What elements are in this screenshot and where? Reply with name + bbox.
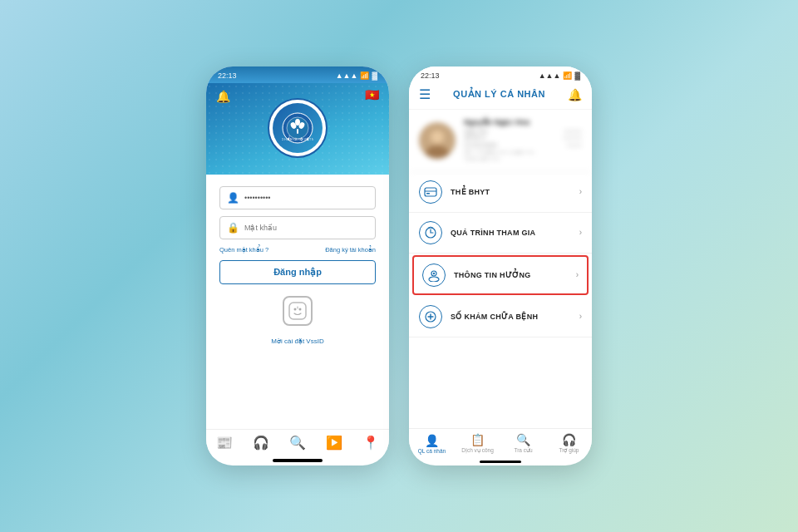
profile-detail-row-1: Ngày sinh ••/••/•••• xyxy=(464,128,582,134)
form-area: 👤 🔒 Quên mật khẩu ? Đăng ký tài khoản Đă… xyxy=(206,175,389,429)
right-battery-icon: ▓ xyxy=(574,71,580,80)
forgot-password-link[interactable]: Quên mật khẩu ? xyxy=(219,246,268,254)
signal-icon: ▲▲▲ xyxy=(336,71,358,80)
username-input-row[interactable]: 👤 xyxy=(219,186,376,209)
lock-icon: 🔒 xyxy=(227,222,239,234)
install-link[interactable]: Mời cài đặt VssID xyxy=(219,334,376,350)
right-home-indicator xyxy=(480,461,521,463)
profile-detail-row-2: Số BHYT •••••••••• xyxy=(464,135,582,141)
left-status-icons: ▲▲▲ 📶 ▓ xyxy=(336,71,377,80)
the-bhyt-arrow: › xyxy=(579,187,582,196)
flag-icon: 🇻🇳 xyxy=(365,88,379,101)
nav-video-icon[interactable]: ▶️ xyxy=(326,435,342,451)
left-time: 22:13 xyxy=(218,71,237,80)
svg-point-12 xyxy=(431,131,444,144)
password-input[interactable] xyxy=(244,224,368,232)
dob-label: Ngày sinh xyxy=(464,128,523,134)
svg-rect-16 xyxy=(426,193,430,195)
right-status-bar: 22:13 ▲▲▲ 📶 ▓ xyxy=(409,66,592,83)
dich-vu-cong-icon: 📋 xyxy=(470,433,485,446)
menu-item-so-kham[interactable]: SỐ KHÁM CHỮA BỆNH › xyxy=(409,297,592,337)
wifi-icon: 📶 xyxy=(360,71,369,80)
dich-vu-cong-label: Dịch vụ công xyxy=(461,447,494,454)
right-time: 22:13 xyxy=(421,71,440,80)
right-bottom-nav: 👤 QL cá nhân 📋 Dịch vụ công 🔍 Tra cứu 🎧 … xyxy=(409,428,592,459)
left-status-bar: 22:13 ▲▲▲ 📶 ▓ xyxy=(206,66,389,83)
left-home-indicator xyxy=(273,459,323,462)
right-wifi-icon: 📶 xyxy=(563,71,572,80)
nav-audio-icon[interactable]: 🎧 xyxy=(253,435,269,451)
menu-list: THẺ BHYT › QUÁ TRÌNH THAM GIA › THÔNG TI… xyxy=(409,172,592,428)
phones-container: 22:13 ▲▲▲ 📶 ▓ 🔔 🇻🇳 xyxy=(206,66,592,466)
so-kham-label: SỐ KHÁM CHỮA BỆNH xyxy=(451,313,571,321)
svg-point-2 xyxy=(295,119,300,126)
menu-item-thong-tin[interactable]: THÔNG TIN HƯỞNG › xyxy=(412,255,589,295)
battery-icon: ▓ xyxy=(372,71,377,80)
hero-area: 🔔 🇻🇳 BẢO HIỂM XÃ HỘI VIỆT N xyxy=(206,83,389,175)
svg-point-11 xyxy=(419,122,456,159)
cccd-label: CCCD/CMND xyxy=(464,142,523,148)
tro-giup-label: Trợ giúp xyxy=(559,447,579,454)
nav-search-icon[interactable]: 🔍 xyxy=(289,435,306,451)
top-nav: ☰ QUẢN LÝ CÁ NHÂN 🔔 xyxy=(409,83,592,110)
bhyt-value: •••••••••• xyxy=(523,135,582,141)
svg-rect-5 xyxy=(297,129,298,134)
svg-rect-14 xyxy=(425,188,436,196)
so-kham-arrow: › xyxy=(579,312,582,321)
profile-name: Nguyễn Ngọc Hoa xyxy=(464,118,582,126)
profile-address: Số ••, Phường ••••••, Quận •••••,Thành p… xyxy=(464,150,582,163)
left-bottom-nav: 📰 🎧 🔍 ▶️ 📍 xyxy=(206,429,389,457)
avatar xyxy=(419,122,456,159)
logo-circle: BẢO HIỂM XÃ HỘI VIỆT NAM xyxy=(268,98,328,158)
the-bhyt-icon xyxy=(419,180,442,204)
thong-tin-icon xyxy=(422,264,446,287)
bell-icon-left[interactable]: 🔔 xyxy=(216,90,230,103)
ql-ca-nhan-label: QL cá nhân xyxy=(418,448,446,454)
hamburger-menu-icon[interactable]: ☰ xyxy=(419,86,431,102)
password-input-row[interactable]: 🔒 xyxy=(219,216,376,239)
svg-point-13 xyxy=(426,145,449,159)
profile-detail-row-3: CCCD/CMND •••••••• xyxy=(464,142,582,148)
tab-tro-giup[interactable]: 🎧 Trợ giúp xyxy=(553,433,586,454)
faceid-icon[interactable] xyxy=(283,296,313,326)
nav-news-icon[interactable]: 📰 xyxy=(216,435,233,451)
the-bhyt-label: THẺ BHYT xyxy=(451,188,571,196)
tab-ql-ca-nhan[interactable]: 👤 QL cá nhân xyxy=(416,434,449,454)
bhyt-label: Số BHYT xyxy=(464,135,523,141)
dob-value: ••/••/•••• xyxy=(523,128,582,134)
svg-point-19 xyxy=(433,272,435,273)
user-icon: 👤 xyxy=(227,192,239,204)
svg-point-8 xyxy=(294,308,297,311)
tro-giup-icon: 🎧 xyxy=(562,433,576,446)
username-input[interactable] xyxy=(244,194,368,202)
ql-ca-nhan-icon: 👤 xyxy=(425,434,439,447)
bhxh-logo-svg: BẢO HIỂM XÃ HỘI VIỆT NAM xyxy=(282,112,313,144)
right-status-icons: ▲▲▲ 📶 ▓ xyxy=(539,71,580,80)
tab-tra-cuu[interactable]: 🔍 Tra cứu xyxy=(507,433,540,454)
login-button[interactable]: Đăng nhập xyxy=(219,260,376,284)
thong-tin-arrow: › xyxy=(576,270,579,279)
svg-point-20 xyxy=(429,277,439,282)
profile-section: Nguyễn Ngọc Hoa Ngày sinh ••/••/•••• Số … xyxy=(409,110,592,172)
right-signal-icon: ▲▲▲ xyxy=(539,71,561,80)
right-bell-icon[interactable]: 🔔 xyxy=(568,88,582,101)
tab-dich-vu-cong[interactable]: 📋 Dịch vụ công xyxy=(461,433,495,454)
logo-inner: BẢO HIỂM XÃ HỘI VIỆT NAM xyxy=(273,103,323,153)
thong-tin-label: THÔNG TIN HƯỞNG xyxy=(454,271,568,279)
register-link[interactable]: Đăng ký tài khoản xyxy=(325,246,376,254)
menu-item-qua-trinh[interactable]: QUÁ TRÌNH THAM GIA › xyxy=(409,213,592,254)
faceid-area xyxy=(219,291,376,328)
right-phone: 22:13 ▲▲▲ 📶 ▓ ☰ QUẢN LÝ CÁ NHÂN 🔔 xyxy=(409,66,592,466)
so-kham-icon xyxy=(419,305,442,328)
nav-location-icon[interactable]: 📍 xyxy=(362,435,379,451)
qua-trinh-icon xyxy=(419,221,442,244)
left-phone: 22:13 ▲▲▲ 📶 ▓ 🔔 🇻🇳 xyxy=(206,66,389,466)
svg-point-9 xyxy=(299,308,302,311)
tra-cuu-icon: 🔍 xyxy=(516,433,530,446)
qua-trinh-label: QUÁ TRÌNH THAM GIA xyxy=(451,229,571,237)
menu-item-the-bhyt[interactable]: THẺ BHYT › xyxy=(409,172,592,213)
tra-cuu-label: Tra cứu xyxy=(514,447,532,454)
qua-trinh-arrow: › xyxy=(579,228,582,237)
cccd-value: •••••••• xyxy=(523,142,582,148)
profile-info: Nguyễn Ngọc Hoa Ngày sinh ••/••/•••• Số … xyxy=(464,118,582,163)
